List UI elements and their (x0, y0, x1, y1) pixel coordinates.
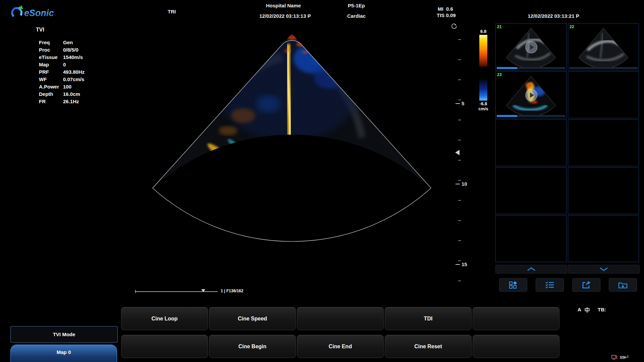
thumbnail-clip[interactable]: 23 (495, 71, 567, 118)
param-row: FR26.1Hz (39, 98, 85, 105)
depth-tick (455, 184, 460, 184)
cine-reset-button[interactable]: Cine Reset (385, 335, 472, 358)
thumbnail-progress-fill (497, 67, 517, 69)
cine-begin-button[interactable]: Cine Begin (209, 335, 296, 358)
thumbnail-clip[interactable]: 22 (568, 23, 639, 70)
export-button[interactable] (572, 278, 600, 292)
image-parameters: FreqGen Proc0/8/5/0 eTissue1540m/s Map0 … (39, 39, 85, 105)
param-row: Map0 (39, 61, 85, 68)
blank-touch-button[interactable] (473, 335, 559, 358)
depth-mark: 15 (455, 261, 467, 267)
depth-mark: 10 (455, 181, 467, 187)
map-button[interactable]: Map 0 (10, 345, 117, 362)
thumbnail-clip[interactable]: 21 (495, 23, 567, 70)
cine-frame-counter: 1 | F136/162 (221, 289, 243, 293)
depth-tick (455, 264, 460, 265)
colorbar-positive (479, 35, 487, 67)
thumbnail-bmode-image (568, 24, 639, 70)
archive-button[interactable] (609, 278, 637, 292)
empty-thumbnail-cell (568, 215, 639, 262)
blank-touch-button[interactable] (297, 307, 384, 330)
esonic-logo: eSonic (9, 4, 71, 20)
colorbar-negative (479, 80, 487, 101)
thumbnail-progress-bar (497, 67, 565, 69)
usb-label: SS (620, 356, 625, 359)
checklist-icon (545, 281, 554, 289)
quad-display-icon (509, 281, 518, 289)
play-icon[interactable] (525, 41, 537, 53)
thumbnail-progress-bar (569, 67, 638, 69)
export-icon (582, 281, 591, 289)
depth-label: 5 (462, 101, 464, 106)
param-value: 1540m/s (63, 54, 83, 60)
folder-icon (618, 281, 628, 289)
param-label: eTissue (39, 54, 63, 61)
param-value: Gen (63, 40, 73, 45)
param-label: Depth (39, 90, 63, 98)
param-row: A.Power100 (39, 83, 85, 90)
thumbnail-progress-fill (497, 115, 517, 117)
cine-scrubber[interactable] (136, 291, 218, 292)
mi-label: MI (438, 6, 443, 12)
empty-thumbnail-cell (568, 167, 639, 214)
empty-thumbnail-cell (495, 167, 567, 214)
param-value: 0/8/5/0 (63, 47, 78, 53)
thumbnail-number: 23 (497, 72, 501, 77)
active-mode-label: TVI (36, 27, 44, 33)
play-icon[interactable] (525, 89, 537, 101)
clip-datetime: 12/02/2022 03:13:21 P (520, 13, 587, 19)
param-row: WF0.07cm/s (39, 76, 85, 83)
network-status-icon (611, 355, 618, 360)
exam-datetime: 12/02/2022 03:13:13 P (252, 13, 319, 19)
param-row: eTissue1540m/s (39, 54, 85, 61)
param-value: 493.80Hz (63, 69, 85, 75)
param-label: Proc (39, 46, 63, 54)
depth-label: 15 (462, 261, 467, 267)
ultrasound-image[interactable] (127, 20, 456, 292)
chevron-up-icon (526, 267, 536, 271)
hospital-name: Hospital Name (252, 3, 315, 8)
logo-text: eSonic (24, 8, 54, 18)
preset-name: Cardiac (340, 13, 372, 19)
param-value: 0 (63, 62, 66, 67)
cine-loop-button[interactable]: Cine Loop (121, 307, 208, 330)
tdi-button[interactable]: TDI (385, 307, 472, 330)
param-label: WF (39, 76, 63, 83)
focus-marker-icon[interactable] (455, 150, 460, 155)
param-label: PRF (39, 68, 63, 76)
cine-end-button[interactable]: Cine End (297, 335, 384, 358)
button-label: TDI (424, 316, 433, 322)
probe-name: P5-1Ep (340, 3, 372, 8)
tvi-mode-button[interactable]: TVI Mode (10, 326, 118, 343)
blank-touch-button[interactable] (121, 335, 208, 358)
param-label: Freq (39, 39, 63, 46)
param-value: 26.1Hz (63, 99, 79, 104)
ultrasound-screen: eSonic TRI Hospital Name 12/02/2022 03:1… (0, 0, 644, 362)
param-label: Map (39, 61, 63, 68)
cine-scrubber-marker[interactable] (201, 289, 205, 292)
depth-ruler (458, 39, 461, 282)
param-row: PRF493.80Hz (39, 68, 85, 76)
layout-button[interactable] (499, 278, 527, 292)
chevron-down-icon (599, 267, 609, 271)
thumbnails-scroll-down-button[interactable] (568, 265, 640, 274)
button-label: TVI Mode (53, 331, 75, 337)
depth-tick (455, 103, 460, 104)
colorbar-unit: cm/s (474, 106, 492, 111)
button-label: Cine Begin (238, 344, 267, 350)
tis-readout: TIS 0.09 (437, 12, 456, 18)
cine-scrubber-start-tick (135, 290, 136, 293)
colorbar-min-value: -6.8 (474, 101, 492, 106)
doppler-sector (127, 20, 456, 292)
param-label: A.Power (39, 83, 63, 90)
empty-thumbnail-cell (495, 215, 567, 262)
language-indicator[interactable] (584, 307, 590, 313)
review-list-button[interactable] (536, 278, 564, 292)
button-label: Cine Speed (238, 316, 267, 322)
blank-touch-button[interactable] (473, 307, 559, 330)
cine-speed-button[interactable]: Cine Speed (209, 307, 296, 330)
colorbar-max-value: 6.8 (476, 29, 491, 34)
empty-thumbnail-cell (568, 71, 639, 118)
thumbnails-scroll-up-button[interactable] (495, 265, 567, 274)
param-row: Depth16.0cm (39, 90, 85, 98)
